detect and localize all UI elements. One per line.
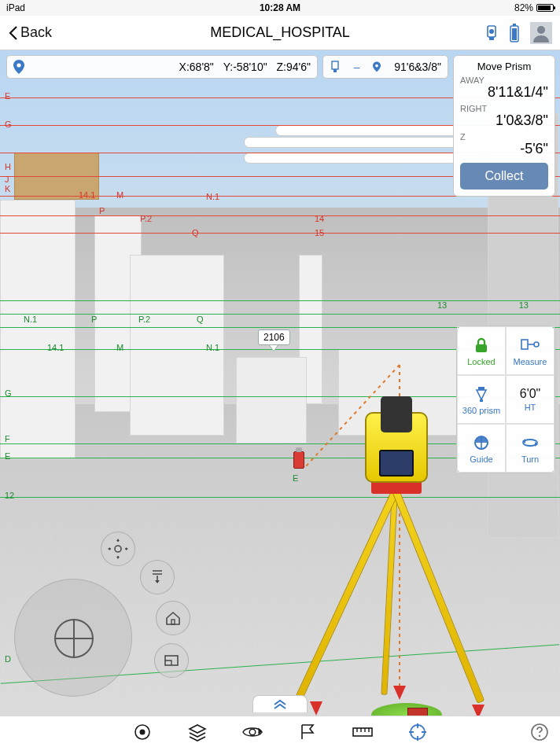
tool-layers[interactable]: [186, 721, 208, 743]
chevron-up-double-icon: [272, 699, 288, 710]
target-height-button[interactable]: 6'0" HT: [506, 375, 554, 424]
svg-rect-19: [480, 399, 483, 402]
dim-gEb: E: [293, 473, 298, 483]
measure-label: Measure: [514, 357, 547, 366]
guide-icon: [473, 432, 490, 453]
user-avatar[interactable]: [530, 22, 552, 44]
dim-g14-1: 14.1: [47, 343, 64, 352]
svg-rect-12: [333, 69, 337, 72]
coordinate-readout[interactable]: X:68'8" Y:-58'10" Z:94'6": [6, 55, 318, 79]
svg-rect-4: [513, 24, 516, 26]
bottom-toolbar: [0, 716, 560, 747]
coord-z: 94'6": [286, 61, 311, 73]
dim-gG: G: [5, 388, 12, 398]
svg-point-13: [376, 64, 379, 68]
dim-gD: D: [5, 654, 11, 664]
svg-point-32: [140, 729, 146, 734]
push-in-button[interactable]: [140, 560, 175, 594]
svg-rect-5: [512, 28, 517, 40]
dim-M: M: [116, 190, 123, 200]
guide-button[interactable]: Guide: [457, 424, 506, 473]
battery-icon: [536, 4, 554, 12]
orbit-button[interactable]: [101, 532, 135, 566]
tool-point[interactable]: [131, 721, 153, 743]
distance-value: 91'6&3/8": [394, 61, 441, 73]
svg-marker-28: [155, 580, 160, 583]
dim-G: G: [5, 120, 12, 129]
pin-icon: [13, 60, 24, 74]
prism-z-value: -5'6": [460, 142, 548, 157]
measure-button[interactable]: Measure: [506, 326, 554, 375]
dim-gN1: N.1: [24, 315, 37, 324]
prism-icon: [473, 384, 490, 404]
dim-P: P: [99, 206, 105, 215]
point-callout[interactable]: 2106: [258, 329, 290, 351]
right-value: 1'0&3/8": [460, 113, 548, 129]
dim-15: 15: [315, 228, 324, 237]
dim-E: E: [5, 91, 10, 101]
dash-icon: –: [354, 61, 360, 73]
svg-marker-27: [126, 547, 128, 550]
dim-K: K: [5, 184, 10, 193]
dim-H: H: [5, 162, 11, 171]
tool-visibility[interactable]: [241, 721, 263, 743]
collect-button[interactable]: Collect: [460, 163, 548, 190]
plan-view-button[interactable]: [154, 643, 189, 678]
svg-rect-14: [476, 344, 487, 352]
navigation-joystick[interactable]: [14, 579, 132, 697]
tool-measure-tape[interactable]: [352, 721, 374, 743]
battery-status-icon[interactable]: [510, 24, 519, 42]
pin-icon-small: [373, 61, 381, 72]
instrument-status-icon[interactable]: [484, 23, 499, 43]
back-button[interactable]: Back: [8, 24, 52, 41]
help-button[interactable]: [529, 721, 551, 743]
guide-label: Guide: [470, 454, 492, 464]
prism-type-button[interactable]: 360 prism: [457, 375, 506, 424]
turn-icon: [520, 432, 540, 453]
dim-Q: Q: [192, 228, 199, 237]
distance-readout[interactable]: – 91'6&3/8": [322, 55, 448, 79]
page-title: MEDICAL_HOSPITAL: [210, 24, 350, 41]
svg-point-7: [537, 26, 545, 34]
measurement-tools-panel: Locked Measure 360 prism 6'0" HT Guide T…: [456, 326, 555, 473]
expand-drawer-button[interactable]: [252, 695, 308, 712]
mini-prism-icon: [293, 451, 304, 469]
right-label: RIGHT: [460, 104, 548, 113]
prism-z-label: Z: [460, 132, 548, 142]
lock-button[interactable]: Locked: [457, 326, 506, 375]
away-value: 8'11&1/4": [460, 85, 548, 101]
dim-gQ: Q: [197, 315, 204, 324]
svg-point-16: [534, 342, 539, 347]
dim-gF: F: [5, 434, 10, 443]
dim-14-1-left: 14.1: [79, 190, 95, 200]
coord-y: -58'10": [233, 61, 267, 73]
svg-marker-24: [116, 539, 120, 541]
point-id-label: 2106: [258, 329, 290, 345]
coord-z-label: Z:: [277, 61, 286, 73]
model-viewport[interactable]: E G H J K 14.1 M N.1 P P.2 Q 14 15 R N.1…: [0, 50, 560, 716]
title-bar: Back MEDICAL_HOSPITAL: [0, 16, 560, 50]
dim-gE: E: [5, 451, 10, 461]
coord-y-label: Y:: [223, 61, 233, 73]
svg-rect-15: [521, 340, 528, 349]
dim-N1: N.1: [206, 192, 219, 201]
battery-pct: 82%: [514, 2, 533, 13]
svg-rect-11: [332, 61, 338, 69]
dim-g12: 12: [5, 491, 14, 500]
home-view-button[interactable]: [156, 601, 190, 635]
tool-flag[interactable]: [297, 721, 319, 743]
turn-label: Turn: [521, 454, 539, 464]
svg-point-23: [115, 546, 121, 552]
move-prism-title: Move Prism: [460, 61, 548, 72]
svg-marker-26: [108, 547, 110, 550]
prism-type-label: 360 prism: [462, 406, 500, 415]
dim-g13b: 13: [519, 300, 529, 310]
tool-target[interactable]: [407, 721, 429, 743]
svg-rect-2: [489, 37, 494, 40]
dim-gP2: P.2: [138, 315, 150, 324]
svg-point-33: [249, 729, 255, 734]
instrument-icon: [330, 60, 341, 74]
device-label: iPad: [6, 2, 25, 13]
coord-x-label: X:: [179, 61, 190, 73]
turn-button[interactable]: Turn: [506, 424, 554, 473]
